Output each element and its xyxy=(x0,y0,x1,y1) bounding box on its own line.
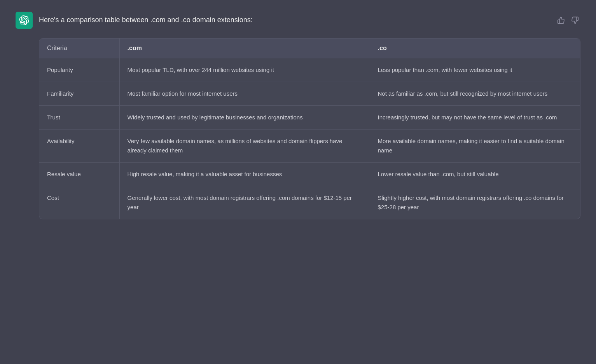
table-row: AvailabilityVery few available domain na… xyxy=(39,130,580,163)
table-row: PopularityMost popular TLD, with over 24… xyxy=(39,58,580,82)
cell-criteria-5: Cost xyxy=(39,186,119,219)
cell-com-2: Widely trusted and used by legitimate bu… xyxy=(119,106,370,130)
comparison-table: Criteria .com .co PopularityMost popular… xyxy=(39,38,580,219)
table-row: Resale valueHigh resale value, making it… xyxy=(39,163,580,186)
cell-com-1: Most familiar option for most internet u… xyxy=(119,82,370,106)
cell-co-5: Slightly higher cost, with most domain r… xyxy=(370,186,580,219)
thumbs-down-icon xyxy=(571,16,579,24)
message-left: Here's a comparison table between .com a… xyxy=(16,12,253,29)
cell-criteria-3: Availability xyxy=(39,130,119,163)
cell-com-0: Most popular TLD, with over 244 million … xyxy=(119,58,370,82)
cell-criteria-1: Familiarity xyxy=(39,82,119,106)
column-header-com: .com xyxy=(119,38,370,58)
thumbs-up-button[interactable] xyxy=(556,15,566,26)
cell-com-5: Generally lower cost, with most domain r… xyxy=(119,186,370,219)
column-header-criteria: Criteria xyxy=(39,38,119,58)
table-row: CostGenerally lower cost, with most doma… xyxy=(39,186,580,219)
cell-co-3: More available domain names, making it e… xyxy=(370,130,580,163)
column-header-co: .co xyxy=(370,38,580,58)
cell-criteria-4: Resale value xyxy=(39,163,119,186)
cell-com-3: Very few available domain names, as mill… xyxy=(119,130,370,163)
chatgpt-logo-icon xyxy=(19,15,29,25)
comparison-table-container: Criteria .com .co PopularityMost popular… xyxy=(39,38,580,219)
table-row: FamiliarityMost familiar option for most… xyxy=(39,82,580,106)
chatgpt-logo xyxy=(16,12,33,29)
cell-com-4: High resale value, making it a valuable … xyxy=(119,163,370,186)
message-title: Here's a comparison table between .com a… xyxy=(39,12,253,25)
cell-co-2: Increasingly trusted, but may not have t… xyxy=(370,106,580,130)
table-row: TrustWidely trusted and used by legitima… xyxy=(39,106,580,130)
thumbs-up-icon xyxy=(557,16,565,24)
cell-criteria-2: Trust xyxy=(39,106,119,130)
cell-co-0: Less popular than .com, with fewer websi… xyxy=(370,58,580,82)
cell-co-4: Lower resale value than .com, but still … xyxy=(370,163,580,186)
thumbs-down-button[interactable] xyxy=(570,15,580,26)
table-header-row: Criteria .com .co xyxy=(39,38,580,58)
cell-co-1: Not as familiar as .com, but still recog… xyxy=(370,82,580,106)
cell-criteria-0: Popularity xyxy=(39,58,119,82)
feedback-buttons xyxy=(556,12,580,26)
message-header: Here's a comparison table between .com a… xyxy=(16,8,580,29)
